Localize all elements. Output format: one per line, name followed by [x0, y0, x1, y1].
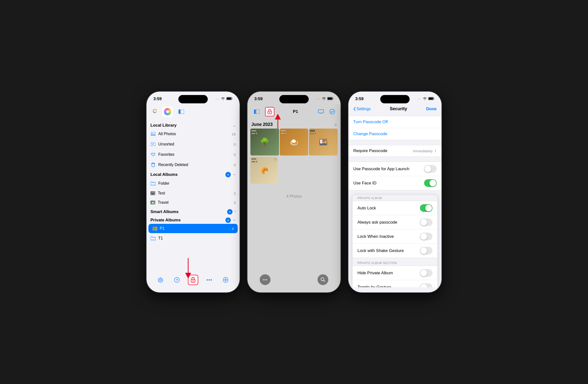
photos-app-logo[interactable] — [150, 107, 159, 116]
smart-albums-chevron: › — [234, 209, 236, 215]
p3-change-passcode[interactable]: Change Passcode — [348, 128, 441, 140]
p3-hide-album-row[interactable]: Hide Private Album — [353, 266, 437, 280]
p3-done-btn[interactable]: Done — [426, 106, 437, 111]
p3-hide-album-label: Hide Private Album — [357, 271, 393, 276]
rainbow-icon-btn[interactable] — [162, 106, 173, 117]
sidebar-item-p1[interactable]: 🌳 P1 4 — [148, 224, 238, 233]
p3-toggle-gesture-toggle[interactable] — [420, 283, 432, 287]
status-right-2: ··· — [317, 97, 334, 101]
p2-more-btn[interactable] — [260, 274, 271, 285]
p2-search-btn[interactable] — [317, 274, 328, 285]
photo-2[interactable]: 2023Jun 2 ♡ 🍛 — [280, 129, 309, 156]
p3-require-passcode-row[interactable]: Require Passcode Immediately — [348, 145, 441, 157]
sidebar-item-t1[interactable]: T1 › — [147, 233, 240, 243]
battery-icon-1 — [226, 97, 233, 101]
wifi-icon-2 — [322, 97, 326, 101]
travel-count: 3 — [234, 201, 236, 205]
phone-2-screen: 3:59 ··· — [248, 92, 340, 292]
p3-ask-passcode-row[interactable]: Always ask passcode — [353, 215, 437, 229]
svg-point-26 — [263, 279, 264, 280]
p1-label: P1 — [160, 226, 165, 231]
photo-3-lock: ♡ — [334, 130, 337, 133]
sidebar-item-recently-deleted[interactable]: Recently Deleted 0 — [147, 160, 240, 170]
all-photos-count: 16 — [231, 132, 236, 136]
private-albums-label: Private Albums — [150, 218, 181, 222]
p3-auto-lock-row[interactable]: Auto Lock — [353, 201, 437, 215]
sidebar-item-test[interactable]: 📷 Test 3 — [147, 189, 240, 198]
sidebar-item-favorites[interactable]: Favorites 0 — [147, 149, 240, 160]
photo-3[interactable]: 2023Jun 3 ♡ 🍱 — [309, 129, 338, 156]
smart-albums-add-btn[interactable]: + — [227, 209, 232, 215]
phone-3-screen: 3:59 ··· Settings Security Done — [348, 92, 441, 292]
p3-ask-passcode-knob — [420, 219, 427, 225]
p2-inbox-btn[interactable] — [316, 107, 325, 116]
p2-date-label: June 2023 — [251, 122, 273, 127]
status-right-1: ··· — [216, 97, 233, 101]
p2-check-btn[interactable] — [328, 107, 337, 116]
add-toolbar-btn[interactable] — [220, 275, 231, 285]
more-toolbar-btn[interactable] — [204, 275, 214, 285]
svg-point-10 — [160, 279, 161, 281]
travel-label: Travel — [158, 200, 168, 205]
sidebar-item-unsorted[interactable]: Unsorted 0 — [147, 139, 240, 149]
p3-lock-inactive-toggle[interactable] — [420, 233, 432, 240]
p3-hide-album-toggle[interactable] — [420, 269, 432, 277]
p3-shake-gesture-toggle[interactable] — [420, 247, 432, 254]
p3-toggle-gesture-row[interactable]: Toggle by Gesture — [353, 280, 437, 287]
p3-shake-gesture-knob — [420, 247, 427, 254]
sidebar-item-all-photos[interactable]: All Photos 16 — [147, 129, 240, 139]
smart-albums-actions: + › — [227, 209, 236, 215]
test-icon: 📷 — [150, 191, 155, 195]
photo-1[interactable]: 2023Jun 2 ♡ 🌳 — [250, 129, 279, 156]
svg-rect-21 — [254, 109, 255, 114]
p3-app-launch-row[interactable]: Use Passcode for App Launch — [348, 162, 441, 176]
local-library-chevron: ⌄ — [233, 123, 236, 127]
p3-shake-gesture-row[interactable]: Lock with Shake Gesture — [353, 244, 437, 258]
svg-point-29 — [321, 278, 324, 281]
svg-point-15 — [207, 280, 208, 281]
favorites-label: Favorites — [158, 152, 174, 157]
unsorted-count: 0 — [234, 142, 236, 146]
svg-rect-5 — [181, 109, 184, 114]
p2-action-btns — [316, 107, 337, 116]
local-albums-header[interactable]: Local Albums + ⌄ — [147, 170, 240, 178]
p3-ask-passcode-toggle[interactable] — [420, 219, 432, 226]
p3-private-album-header: PRIVATE ALBUM — [353, 195, 437, 201]
p3-content: Turn Passcode Off Change Passcode Requir… — [348, 113, 441, 287]
local-library-header[interactable]: Local Library ⌄ — [147, 121, 240, 129]
p3-passcode-group: Turn Passcode Off Change Passcode — [348, 116, 441, 140]
p3-turn-passcode-off-label: Turn Passcode Off — [353, 120, 388, 124]
private-albums-add-btn[interactable]: + — [225, 218, 231, 223]
photo-4[interactable]: 2023Jun 3 ♡ 🥐 — [250, 157, 278, 184]
local-albums-add-btn[interactable]: + — [225, 172, 231, 177]
photo-2-lock: ♡ — [304, 130, 307, 133]
settings-toolbar-btn[interactable] — [155, 275, 166, 285]
sidebar-item-folder[interactable]: Folder › — [147, 178, 240, 189]
test-label: Test — [158, 191, 165, 195]
p3-back-btn[interactable]: Settings — [353, 107, 371, 111]
p3-toggle-gesture-label: Toggle by Gesture — [357, 285, 391, 287]
sidebar-toggle-btn[interactable] — [176, 106, 187, 117]
p3-face-id-row[interactable]: Use Face ID — [348, 176, 441, 190]
signal-dots-3: ··· — [418, 98, 421, 101]
p3-back-label: Settings — [357, 107, 371, 111]
p3-auto-lock-toggle[interactable] — [420, 204, 432, 212]
local-library-label: Local Library — [150, 123, 177, 128]
p3-face-id-toggle[interactable] — [424, 179, 437, 187]
private-albums-header[interactable]: Private Albums + ⌄ — [147, 216, 240, 224]
help-toolbar-btn[interactable]: ? — [172, 275, 182, 285]
svg-point-25 — [330, 109, 335, 114]
p2-sidebar-btn[interactable] — [251, 106, 262, 117]
sidebar-item-travel[interactable]: 🏔 Travel 3 — [147, 198, 240, 207]
p2-photos-row-2: 2023Jun 3 ♡ 🥐 — [248, 156, 340, 184]
p3-lock-inactive-row[interactable]: Lock When Inactive — [353, 229, 437, 244]
p3-turn-passcode-off[interactable]: Turn Passcode Off — [348, 116, 441, 128]
p3-app-launch-toggle[interactable] — [424, 165, 437, 173]
travel-icon: 🏔 — [150, 201, 155, 204]
status-time-3: 3:59 — [355, 97, 364, 101]
lock-toolbar-btn[interactable] — [188, 275, 198, 285]
svg-text:?: ? — [176, 278, 178, 282]
p3-app-launch-label: Use Passcode for App Launch — [353, 166, 409, 171]
smart-albums-header[interactable]: Smart Albums + › — [147, 207, 240, 216]
svg-rect-6 — [179, 109, 180, 114]
